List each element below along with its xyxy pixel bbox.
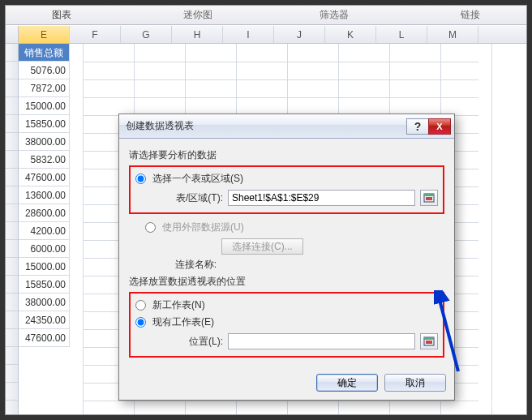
help-icon: ? — [414, 120, 422, 133]
row-header[interactable] — [6, 222, 18, 240]
collapse-range-button[interactable] — [420, 190, 438, 206]
ribbon-bar: 图表 迷你图 筛选器 链接 — [6, 6, 526, 25]
cell[interactable]: 38000.00 — [19, 294, 70, 311]
svg-rect-4 — [426, 341, 432, 344]
radio-select-range-label: 选择一个表或区域(S) — [152, 172, 243, 186]
column-title-cell[interactable]: 销售总额 — [19, 44, 70, 62]
row-header[interactable] — [6, 329, 18, 347]
row-header[interactable] — [6, 79, 18, 97]
radio-new-worksheet[interactable] — [135, 300, 146, 311]
ok-button[interactable]: 确定 — [316, 374, 378, 392]
row-header[interactable] — [6, 97, 18, 115]
highlight-box-placement: 新工作表(N) 现有工作表(E) 位置(L): — [129, 292, 444, 358]
column-headers: E F G H I J K L M — [6, 26, 526, 44]
table-range-input[interactable] — [228, 190, 415, 206]
radio-external-source-label: 使用外部数据源(U) — [162, 221, 244, 234]
close-button[interactable]: X — [428, 118, 451, 135]
cell[interactable]: 13600.00 — [19, 186, 70, 204]
col-header-H[interactable]: H — [172, 26, 223, 43]
row-header[interactable] — [6, 44, 18, 62]
col-header-K[interactable]: K — [325, 26, 376, 43]
row-headers — [6, 44, 19, 414]
col-header-J[interactable]: J — [274, 26, 325, 43]
col-header-L[interactable]: L — [376, 26, 427, 43]
ribbon-group-link[interactable]: 链接 — [431, 8, 510, 22]
radio-existing-worksheet-label: 现有工作表(E) — [152, 315, 214, 329]
row-header[interactable] — [6, 365, 18, 383]
dialog-footer: 确定 取消 — [119, 369, 454, 400]
cell[interactable]: 4200.00 — [19, 222, 70, 240]
radio-select-range[interactable] — [135, 174, 146, 184]
location-input[interactable] — [228, 333, 415, 349]
row-header[interactable] — [6, 240, 18, 258]
row-header[interactable] — [6, 133, 18, 151]
cell[interactable]: 47600.00 — [19, 169, 70, 186]
row-header[interactable] — [6, 151, 18, 169]
row-header[interactable] — [6, 347, 18, 365]
cell[interactable]: 5832.00 — [19, 151, 70, 169]
section-placement-label: 选择放置数据透视表的位置 — [129, 275, 444, 289]
location-label: 位置(L): — [160, 335, 223, 349]
cell[interactable]: 15000.00 — [19, 258, 70, 276]
svg-rect-1 — [426, 197, 432, 200]
radio-new-worksheet-label: 新工作表(N) — [152, 298, 205, 312]
col-header-G[interactable]: G — [121, 26, 172, 43]
row-header[interactable] — [6, 115, 18, 133]
select-all-corner[interactable] — [6, 26, 19, 43]
dialog-body: 请选择要分析的数据 选择一个表或区域(S) 表/区域(T): 使用外部数据源(U… — [119, 139, 454, 369]
connection-name-label: 连接名称: — [153, 258, 217, 272]
svg-rect-5 — [424, 337, 434, 340]
ribbon-group-chart[interactable]: 图表 — [22, 8, 101, 22]
row-header[interactable] — [6, 62, 18, 79]
data-column-E: 销售总额 5076.00 7872.00 15000.00 15850.00 3… — [19, 44, 70, 347]
annotation-arrow — [434, 290, 474, 379]
col-header-I[interactable]: I — [223, 26, 274, 43]
row-header[interactable] — [6, 401, 18, 414]
radio-external-source[interactable] — [145, 222, 156, 233]
cell[interactable]: 47600.00 — [19, 329, 70, 347]
dialog-title: 创建数据透视表 — [126, 119, 407, 133]
svg-line-6 — [439, 297, 458, 371]
row-header[interactable] — [6, 383, 18, 401]
cell[interactable]: 24350.00 — [19, 311, 70, 329]
row-header[interactable] — [6, 204, 18, 222]
ribbon-group-sparkline[interactable]: 迷你图 — [158, 8, 238, 22]
row-header[interactable] — [6, 186, 18, 204]
cell[interactable]: 38000.00 — [19, 133, 70, 151]
watermark-logo-icon: ✦ — [461, 399, 475, 414]
col-header-M[interactable]: M — [427, 26, 478, 43]
ribbon-group-filter[interactable]: 筛选器 — [294, 8, 374, 22]
cell[interactable]: 15000.00 — [19, 97, 70, 115]
watermark-text: 系统之家 — [478, 399, 524, 414]
section-select-data-label: 请选择要分析的数据 — [129, 148, 444, 162]
watermark: ✦ 系统之家 — [461, 399, 524, 414]
cell[interactable]: 7872.00 — [19, 79, 70, 97]
row-header[interactable] — [6, 169, 18, 186]
cell[interactable]: 6000.00 — [19, 240, 70, 258]
cell[interactable]: 5076.00 — [19, 62, 70, 79]
radio-existing-worksheet[interactable] — [135, 317, 146, 328]
table-range-label: 表/区域(T): — [160, 191, 223, 205]
choose-connection-button: 选择连接(C)... — [221, 238, 303, 255]
close-icon: X — [436, 122, 442, 131]
svg-rect-2 — [424, 194, 434, 196]
cell[interactable]: 28600.00 — [19, 204, 70, 222]
cell[interactable]: 15850.00 — [19, 276, 70, 294]
row-header[interactable] — [6, 276, 18, 294]
range-picker-icon — [423, 193, 435, 203]
dialog-titlebar[interactable]: 创建数据透视表 ? X — [119, 114, 454, 139]
create-pivottable-dialog: 创建数据透视表 ? X 请选择要分析的数据 选择一个表或区域(S) 表/区域(T… — [118, 114, 455, 401]
col-header-E[interactable]: E — [19, 26, 70, 43]
row-header[interactable] — [6, 258, 18, 276]
highlight-box-source: 选择一个表或区域(S) 表/区域(T): — [129, 165, 444, 214]
range-picker-icon — [423, 336, 435, 346]
row-header[interactable] — [6, 294, 18, 311]
help-button[interactable]: ? — [406, 118, 429, 135]
cell[interactable]: 15850.00 — [19, 115, 70, 133]
col-header-F[interactable]: F — [70, 26, 121, 43]
row-header[interactable] — [6, 311, 18, 329]
